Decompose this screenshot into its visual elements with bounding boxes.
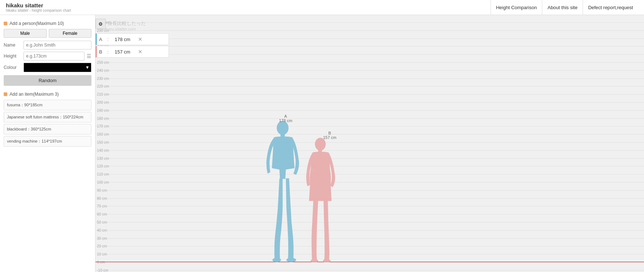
gender-buttons: Male Female [4,29,91,38]
person-a-close[interactable]: ✕ [138,36,142,42]
grid-line [95,22,644,23]
height-input[interactable] [23,52,84,60]
grid-line [95,118,644,119]
nav-defect-report[interactable]: Defect report,request [583,0,638,15]
item-section-dot [4,92,7,96]
svg-point-0 [277,121,289,135]
grid-line [95,262,644,262]
name-label: Name [4,43,21,48]
header-branding: hikaku sitatter hikaku sitatter - height… [6,2,71,12]
grid-label: -10 cm [97,268,108,272]
height-row: Height ☰ [4,52,91,60]
grid-line [95,46,644,47]
person-b-label: B [97,49,104,55]
list-item[interactable]: blackboard：360*125cm [4,124,91,135]
grid-label: 70 cm [97,204,107,208]
name-input[interactable] [23,41,91,49]
figure-label-b: B 157 cm [323,131,336,140]
grid-label: 140 cm [97,148,109,152]
grid-line [95,222,644,223]
section-dot [4,22,7,25]
grid-line [95,254,644,254]
figure-label-a: A 178 cm [279,114,292,123]
nav-about[interactable]: About this site [542,0,583,15]
height-list-icon[interactable]: ☰ [87,53,91,59]
nav-height-comparison[interactable]: Height Comparison [491,0,542,15]
person-a-height: 178 cm [112,37,134,42]
grid-line [95,142,644,143]
site-title: hikaku sitatter [6,2,71,8]
grid-label: 120 cm [97,164,109,168]
add-item-section: Add an item(Maximum 3) [4,92,91,97]
grid-label: 180 cm [97,116,109,120]
grid-label: 90 cm [97,188,107,192]
grid-line [95,270,644,271]
grid-line [95,166,644,166]
grid-label: 210 cm [97,92,109,96]
header: hikaku sitatter hikaku sitatter - height… [0,0,644,15]
grid-label: 80 cm [97,196,107,200]
grid-label: 100 cm [97,180,109,184]
header-navigation: Height Comparison About this site Defect… [491,0,638,15]
silhouette-a [264,120,302,262]
grid-line [95,230,644,231]
list-item[interactable]: vending machine：114*197cm [4,136,91,147]
grid-line [95,214,644,214]
grid-label: 190 cm [97,108,109,112]
grid-line [95,198,644,199]
grid-label: 40 cm [97,228,107,232]
person-bar-b: B : 157 cm ✕ [95,46,169,58]
grid-line [95,174,644,174]
name-row: Name [4,41,91,49]
site-subtitle: hikaku sitatter - height comparison char… [6,8,71,12]
person-b-height: 157 cm [112,49,134,55]
grid-label: 230 cm [97,76,109,80]
grid-line [95,150,644,151]
grid-label: 150 cm [97,140,109,144]
add-item-label: Add an item(Maximum 3) [10,92,59,97]
svg-point-4 [315,138,326,151]
grid-line [95,102,644,103]
chart-grid: 300 cm290 cm280 cm270 cm260 cm250 cm240 … [95,15,644,272]
grid-label: 10 cm [97,252,107,256]
grid-label: 240 cm [97,68,109,72]
person-b-close[interactable]: ✕ [138,49,142,55]
grid-line [95,86,644,87]
watermark-url: hikaru-sitatter.com [103,27,146,31]
person-bar-a: A : 178 cm ✕ [95,33,169,45]
grid-label: 250 cm [97,60,109,65]
sidebar: Add a person(Maximum 10) Male Female Nam… [0,15,95,272]
grid-label: 50 cm [97,220,107,224]
grid-label: 220 cm [97,84,109,88]
svg-point-7 [323,259,330,262]
grid-line [95,78,644,79]
list-item[interactable]: fusuma：90*185cm [4,100,91,110]
add-person-label: Add a person(Maximum 10) [10,21,64,26]
grid-line [95,190,644,191]
svg-point-2 [272,258,281,262]
watermark-text: ＃身長比較したった [103,20,146,27]
grid-label: 200 cm [97,100,109,104]
grid-line [95,38,644,39]
grid-line [95,70,644,71]
grid-label: 30 cm [97,236,107,240]
silhouette-b [305,137,337,262]
grid-line [95,158,644,159]
male-button[interactable]: Male [4,29,47,38]
height-label: Height [4,54,21,59]
female-button[interactable]: Female [49,29,92,38]
grid-label: 60 cm [97,212,107,216]
grid-line [95,246,644,246]
svg-point-6 [311,259,318,262]
grid-label: 110 cm [97,172,109,176]
settings-icon[interactable]: ⚙ [95,19,106,29]
list-item[interactable]: Japanese soft futon mattress：150*224cm [4,112,91,122]
grid-label: 130 cm [97,156,109,160]
grid-line [95,206,644,206]
random-button[interactable]: Random [4,75,91,86]
grid-line [95,54,644,55]
colour-row: Colour ▼ [4,63,91,72]
colour-swatch[interactable]: ▼ [23,63,91,72]
grid-label: 160 cm [97,132,109,136]
add-person-section: Add a person(Maximum 10) [4,21,91,26]
